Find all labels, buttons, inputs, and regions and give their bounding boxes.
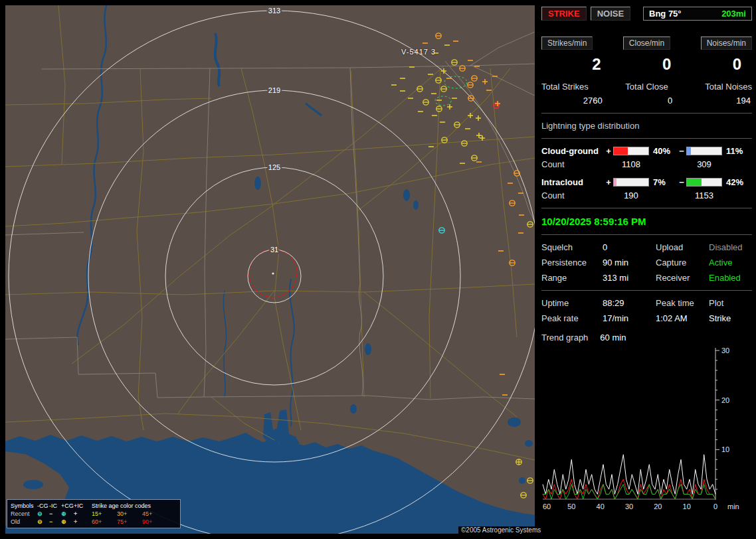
totals-row: Total Strikes 2760 Total Close 0 Total N… — [541, 82, 752, 106]
old-neg-cg-icon: ⊖ — [37, 518, 49, 526]
peak-time-label: Peak time — [656, 298, 709, 308]
plus-sign: + — [604, 177, 613, 187]
map-canvas: 31125219313 — [5, 5, 535, 534]
total-close-value: 0 — [612, 96, 682, 106]
uptime-value: 88:29 — [603, 298, 656, 308]
age-75-label: 75+ — [117, 518, 142, 526]
age-30-label: 30+ — [117, 510, 142, 518]
recent-neg-cg-icon: ⊖ — [37, 510, 49, 518]
legend-age-header: Strike age color codes — [92, 502, 167, 510]
plot-label: Plot — [709, 298, 752, 308]
svg-text:40: 40 — [597, 502, 605, 510]
recent-neg-ic-icon: − — [49, 510, 61, 518]
status-panel: STRIKE NOISE Bng 75° 203mi Strikes/min 2… — [541, 7, 752, 534]
noises-per-min-button[interactable]: Noises/min — [701, 37, 752, 50]
cloud-ground-row: Cloud-ground + 40% − 11% — [541, 146, 752, 156]
ic-positive-count: 190 — [613, 191, 649, 200]
rate-row: Strikes/min 2 Close/min 0 Noises/min 0 — [541, 37, 752, 74]
legend-col-pos-cg: +CG — [61, 502, 74, 510]
cg-positive-bar — [613, 147, 649, 155]
ic-negative-bar — [686, 178, 722, 187]
divider — [541, 138, 752, 139]
minus-sign: − — [677, 146, 686, 156]
squelch-label: Squelch — [541, 242, 603, 252]
strikes-rate-column: Strikes/min 2 — [541, 37, 612, 74]
svg-text:125: 125 — [268, 163, 280, 171]
svg-text:60: 60 — [543, 502, 551, 510]
svg-text:31: 31 — [270, 246, 278, 254]
bearing-display: Bng 75° 203mi — [643, 7, 752, 21]
legend-old-label: Old — [11, 518, 37, 526]
legend-col-pos-ic: +IC — [74, 502, 86, 510]
svg-text:219: 219 — [268, 86, 280, 94]
lightning-map[interactable]: 31125219313 V-5417 3 Symbols -CG -IC +CG… — [5, 5, 535, 534]
svg-text:30: 30 — [625, 502, 633, 510]
datetime-display: 10/20/2025 8:59:16 PM — [541, 216, 752, 227]
map-legend: Symbols -CG -IC +CG +IC Recent ⊖ − ⊕ + O… — [7, 499, 181, 528]
upload-value: Disabled — [709, 242, 752, 252]
svg-text:20: 20 — [721, 396, 729, 404]
noise-mode-button[interactable]: NOISE — [591, 7, 630, 21]
recent-pos-ic-icon: + — [74, 510, 86, 518]
cg-negative-pct: 11% — [722, 146, 752, 156]
svg-text:50: 50 — [567, 502, 575, 510]
plot-value: Strike — [709, 313, 752, 323]
cg-positive-count: 1108 — [613, 159, 649, 169]
station-marker — [272, 272, 274, 274]
intracloud-count-row: Count 190 1153 — [541, 191, 752, 200]
bearing-distance: 203mi — [721, 9, 746, 19]
age-90-label: 90+ — [142, 518, 167, 526]
persistence-label: Persistence — [541, 258, 603, 268]
receiver-label: Receiver — [656, 273, 709, 283]
strikes-per-min-button[interactable]: Strikes/min — [541, 37, 593, 50]
settings-grid: Squelch 0 Upload Disabled Persistence 90… — [541, 242, 752, 283]
ic-negative-pct: 42% — [722, 177, 752, 187]
total-strikes-value: 2760 — [541, 96, 612, 106]
toolbar: STRIKE NOISE Bng 75° 203mi — [541, 7, 752, 21]
trend-header: Trend graph 60 min — [541, 333, 752, 343]
strikes-per-min-value: 2 — [541, 55, 612, 74]
legend-age-table: Strike age color codes 15+ 30+ 45+ 60+ 7… — [92, 502, 167, 526]
svg-text:0: 0 — [713, 502, 717, 510]
legend-symbols-table: Symbols -CG -IC +CG +IC Recent ⊖ − ⊕ + O… — [11, 502, 86, 526]
upload-label: Upload — [656, 242, 709, 252]
svg-text:10: 10 — [683, 502, 691, 510]
old-pos-ic-icon: + — [74, 518, 86, 526]
recent-pos-cg-icon: ⊕ — [61, 510, 74, 518]
divider — [541, 290, 752, 291]
plus-sign: + — [604, 146, 613, 156]
range-value: 313 mi — [603, 273, 656, 283]
cg-positive-pct: 40% — [649, 146, 677, 156]
intracloud-label: Intracloud — [541, 177, 604, 187]
svg-text:20: 20 — [654, 502, 662, 510]
old-pos-cg-icon: ⊕ — [61, 518, 74, 526]
total-noises-label: Total Noises — [682, 82, 752, 92]
squelch-value: 0 — [603, 242, 656, 252]
age-15-label: 15+ — [92, 510, 117, 518]
capture-value: Active — [709, 258, 752, 268]
close-per-min-button[interactable]: Close/min — [623, 37, 670, 50]
divider — [541, 113, 752, 114]
svg-text:min: min — [727, 502, 739, 510]
ic-negative-count: 1153 — [686, 191, 722, 200]
strike-mode-button[interactable]: STRIKE — [541, 7, 587, 21]
legend-recent-label: Recent — [11, 510, 37, 518]
svg-text:313: 313 — [268, 7, 280, 15]
persistence-value: 90 min — [603, 258, 656, 268]
cg-negative-bar — [686, 147, 722, 155]
cg-count-label: Count — [541, 159, 604, 169]
intracloud-row: Intracloud + 7% − 42% — [541, 177, 752, 187]
bearing-value: Bng 75° — [649, 9, 682, 19]
divider — [541, 208, 752, 208]
range-label: Range — [541, 273, 603, 283]
trend-window-value: 60 min — [600, 333, 626, 343]
legend-symbols-header: Symbols — [11, 502, 37, 510]
session-grid: Uptime 88:29 Peak time Plot Peak rate 17… — [541, 298, 752, 323]
nexstorm-window: 31125219313 V-5417 3 Symbols -CG -IC +CG… — [0, 0, 756, 539]
total-close-label: Total Close — [612, 82, 682, 92]
total-strikes: Total Strikes 2760 — [541, 82, 612, 106]
old-neg-ic-icon: − — [49, 518, 61, 526]
svg-text:10: 10 — [721, 445, 729, 453]
close-rate-column: Close/min 0 — [612, 37, 682, 74]
uptime-label: Uptime — [541, 298, 603, 308]
